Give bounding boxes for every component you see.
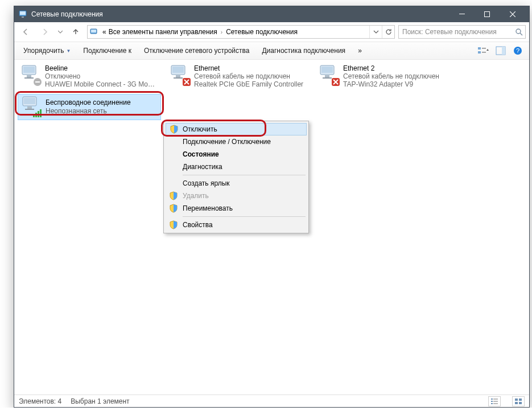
search-input[interactable] [401,27,512,36]
svg-rect-43 [493,401,498,402]
svg-rect-29 [325,75,329,77]
svg-rect-17 [23,67,35,73]
connection-icon [20,64,40,85]
more-label: » [358,47,362,55]
ctx-separator [183,216,306,217]
view-large-icons-button[interactable] [512,396,525,406]
svg-rect-47 [519,398,522,401]
connection-icon [169,64,189,85]
svg-rect-3 [459,14,465,14]
svg-rect-10 [482,48,486,49]
svg-rect-41 [493,398,498,400]
connection-status: Сетевой кабель не подключен [343,72,439,80]
connection-icon [20,96,41,116]
breadcrumb-prefix: « [101,28,108,36]
connection-device: HUAWEI Mobile Connect - 3G Mo… [45,80,155,88]
disable-label: Отключение сетевого устройства [144,47,249,55]
svg-rect-42 [491,401,493,402]
shield-icon [169,191,178,200]
svg-rect-4 [485,12,490,17]
diagnose-button[interactable]: Диагностика подключения [256,44,351,57]
address-bar-row: « Все элементы панели управления › Сетев… [14,22,529,42]
organize-button[interactable]: Упорядочить ▼ [18,44,76,57]
svg-rect-24 [176,75,180,77]
connection-item-wireless[interactable]: Беспроводное соединение Неопознанная сет… [18,94,161,120]
organize-label: Упорядочить [23,47,64,55]
connect-to-button[interactable]: Подключение к [77,44,137,57]
history-dropdown-button[interactable] [56,24,64,39]
help-button[interactable]: ? [510,44,526,57]
ctx-status[interactable]: Состояние [166,148,307,161]
ctx-diagnose[interactable]: Диагностика [166,161,307,173]
ctx-label: Подключение / Отключение [183,138,271,146]
svg-rect-21 [35,81,40,83]
svg-rect-30 [323,77,332,79]
ctx-create-shortcut[interactable]: Создать ярлык [166,177,307,190]
up-button[interactable] [68,24,84,39]
disable-device-button[interactable]: Отключение сетевого устройства [138,44,255,57]
svg-point-7 [516,29,521,34]
error-badge-icon [183,78,191,86]
search-box[interactable] [398,25,526,39]
breadcrumb-bar[interactable]: « Все элементы панели управления › Сетев… [87,25,395,39]
maximize-button[interactable] [475,6,500,22]
breadcrumb-sep-icon: › [218,29,225,35]
connection-icon [318,64,339,85]
ctx-rename[interactable]: Переименовать [166,202,307,215]
svg-rect-2 [22,17,24,18]
window-title: Сетевые подключения [31,10,449,18]
connection-name: Beeline [45,64,155,72]
breadcrumb-dropdown-button[interactable] [369,26,382,38]
shield-icon [170,125,179,134]
connection-status: Неопознанная сеть [46,107,131,116]
svg-rect-25 [174,77,183,79]
svg-rect-23 [172,67,184,73]
ctx-properties[interactable]: Свойства [166,219,307,231]
svg-rect-9 [478,51,481,54]
status-elements-count: Элементов: 4 [19,397,61,405]
svg-rect-49 [519,402,522,404]
shield-icon [169,204,178,213]
preview-pane-button[interactable] [493,44,509,57]
context-menu: Отключить Подключение / Отключение Состо… [163,121,309,233]
connect-label: Подключение к [83,47,131,55]
wifi-signal-icon [33,109,42,117]
ctx-separator [183,175,306,175]
svg-text:?: ? [516,47,519,54]
connection-item-ethernet[interactable]: Ethernet Сетевой кабель не подключен Rea… [167,63,310,89]
chevron-down-icon: ▼ [66,48,71,54]
svg-rect-39 [40,109,42,117]
connection-name: Ethernet 2 [343,64,439,72]
disabled-badge-icon [34,78,42,86]
svg-rect-40 [491,398,493,400]
connection-status: Отключено [45,72,155,80]
more-commands-button[interactable]: » [352,44,368,57]
forward-button[interactable] [37,24,53,39]
ctx-connect-disconnect[interactable]: Подключение / Отключение [166,135,307,148]
breadcrumb-item-2[interactable]: Сетевые подключения [225,28,299,36]
breadcrumb-item-1[interactable]: Все элементы панели управления [108,28,218,36]
content-area[interactable]: Beeline Отключено HUAWEI Mobile Connect … [14,60,529,395]
command-bar: Упорядочить ▼ Подключение к Отключение с… [14,42,529,60]
app-icon [19,10,28,19]
svg-rect-18 [27,75,31,77]
svg-rect-34 [27,106,32,109]
svg-rect-33 [24,98,35,104]
svg-rect-48 [515,402,518,404]
back-button[interactable] [18,24,34,39]
close-button[interactable] [500,6,526,22]
view-options-button[interactable] [476,44,492,57]
connection-item-ethernet2[interactable]: Ethernet 2 Сетевой кабель не подключен T… [316,63,459,89]
svg-rect-46 [515,398,518,401]
ctx-label: Свойства [183,221,213,229]
minimize-button[interactable] [449,6,475,22]
connection-item-beeline[interactable]: Beeline Отключено HUAWEI Mobile Connect … [18,63,161,89]
svg-rect-45 [493,403,498,404]
svg-rect-11 [482,52,486,53]
svg-rect-36 [33,114,35,117]
svg-rect-37 [35,113,37,117]
view-details-button[interactable] [488,396,501,406]
refresh-button[interactable] [382,26,394,38]
shield-icon [169,220,178,229]
ctx-disable[interactable]: Отключить [166,123,307,135]
